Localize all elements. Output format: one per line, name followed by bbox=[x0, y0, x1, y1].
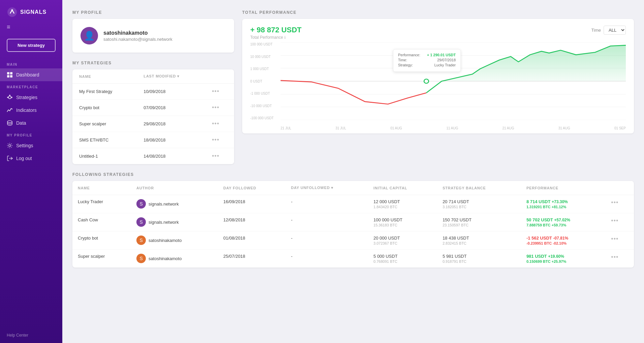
day-followed: 01/08/2018 bbox=[218, 231, 286, 250]
new-strategy-button[interactable]: New strategy bbox=[7, 39, 56, 52]
more-menu-icon[interactable]: ••• bbox=[212, 120, 219, 127]
initial-capital: 5 000 USDT 0.768091 BTC bbox=[368, 250, 437, 268]
col-name: NAME bbox=[72, 69, 137, 84]
performance: -1 562 USDT -07.81% -0.239951 BTC -02.10… bbox=[521, 231, 606, 250]
following-strategies-title: FOLLOWING STRATEGIES bbox=[72, 172, 634, 177]
performance: 981 USDT +19.60% 0.150699 BTC +25.97% bbox=[521, 250, 606, 268]
sidebar-item-indicators[interactable]: Indicators bbox=[0, 104, 62, 117]
day-followed: 12/08/2018 bbox=[218, 213, 286, 231]
following-strategy-name: Lucky Trader bbox=[72, 195, 131, 213]
strategy-actions[interactable]: ••• bbox=[205, 132, 234, 148]
time-label: Time bbox=[591, 28, 601, 33]
main-content: MY PROFILE 👤 satoshinakamoto satoshi.nak… bbox=[62, 0, 644, 343]
sidebar-item-data[interactable]: Data bbox=[0, 117, 62, 129]
col-performance: PERFORMANCE bbox=[521, 181, 606, 195]
sidebar-item-logout[interactable]: Log out bbox=[0, 152, 62, 165]
author-name: satoshinakamoto bbox=[149, 238, 182, 243]
svg-rect-4 bbox=[7, 75, 9, 77]
col-actions-following bbox=[606, 181, 634, 195]
logo-text: SIGNALS bbox=[20, 9, 46, 15]
strategy-actions[interactable]: ••• bbox=[205, 84, 234, 100]
logout-icon bbox=[7, 155, 13, 161]
author-name: signals.network bbox=[149, 220, 179, 225]
author-name: signals.network bbox=[149, 201, 179, 207]
following-actions[interactable]: ••• bbox=[606, 250, 634, 268]
total-performance-section: TOTAL PERFORMANCE + 98 872 USDT Total Pe… bbox=[242, 10, 634, 164]
following-more-icon[interactable]: ••• bbox=[611, 254, 618, 260]
time-select[interactable]: ALL1M3M6M1Y bbox=[604, 26, 626, 35]
sidebar-item-dashboard[interactable]: Dashboard bbox=[0, 68, 62, 81]
initial-capital: 12 000 USDT 1.843420 BTC bbox=[368, 195, 437, 213]
svg-point-8 bbox=[11, 97, 12, 98]
following-actions[interactable]: ••• bbox=[606, 213, 634, 231]
help-center-link[interactable]: Help Center bbox=[0, 328, 35, 343]
more-menu-icon[interactable]: ••• bbox=[212, 136, 219, 143]
author-avatar: S bbox=[136, 217, 146, 227]
sidebar-item-strategies[interactable]: Strategies bbox=[0, 91, 62, 104]
logo-icon bbox=[7, 7, 18, 18]
profile-username: satoshinakamoto bbox=[103, 30, 172, 36]
more-menu-icon[interactable]: ••• bbox=[212, 88, 219, 95]
sidebar-item-dashboard-label: Dashboard bbox=[16, 72, 39, 77]
svg-point-11 bbox=[9, 145, 11, 147]
following-more-icon[interactable]: ••• bbox=[611, 236, 618, 242]
following-more-icon[interactable]: ••• bbox=[611, 199, 618, 206]
table-row: Super scalper 29/08/2018 ••• bbox=[72, 116, 234, 132]
chart-y-labels: 100 000 USDT 10 000 USDT 1 000 USDT 0 US… bbox=[250, 42, 279, 120]
strategy-actions[interactable]: ••• bbox=[205, 148, 234, 164]
hamburger-menu[interactable]: ≡ bbox=[0, 21, 17, 33]
performance: 8 714 USDT +73.30% 1.319201 BTC +81.12% bbox=[521, 195, 606, 213]
following-actions[interactable]: ••• bbox=[606, 195, 634, 213]
strategy-name: Untitled-1 bbox=[72, 148, 137, 164]
sidebar-item-settings[interactable]: Settings bbox=[0, 139, 62, 152]
author-name: satoshinakamoto bbox=[149, 256, 182, 261]
my-strategies-section: MY STRATEGIES NAME LAST MODIFIED ▾ bbox=[72, 61, 234, 164]
strategy-balance: 20 714 USDT 3.182051 BTC bbox=[437, 195, 521, 213]
author-avatar: S bbox=[136, 254, 146, 263]
svg-rect-5 bbox=[10, 75, 12, 77]
following-actions[interactable]: ••• bbox=[606, 231, 634, 250]
strategy-date: 10/09/2018 bbox=[137, 84, 205, 100]
sidebar: SIGNALS ≡ New strategy MAIN Dashboard MA… bbox=[0, 0, 62, 343]
tooltip-time-value: 29/07/2018 bbox=[437, 58, 456, 62]
svg-rect-3 bbox=[10, 72, 12, 74]
day-followed: 16/09/2018 bbox=[218, 195, 286, 213]
indicators-icon bbox=[7, 107, 13, 113]
svg-rect-2 bbox=[7, 72, 9, 74]
logo: SIGNALS bbox=[0, 0, 53, 21]
chart-tooltip-dot bbox=[424, 79, 429, 84]
strategy-balance: 150 702 USDT 23.150597 BTC bbox=[437, 213, 521, 231]
following-strategy-name: Cash Cow bbox=[72, 213, 131, 231]
strategy-date: 14/08/2018 bbox=[137, 148, 205, 164]
profile-info: satoshinakamoto satoshi.nakamoto@signals… bbox=[103, 30, 172, 42]
day-unfollowed: - bbox=[286, 195, 368, 213]
svg-point-0 bbox=[7, 7, 17, 17]
avatar-icon: 👤 bbox=[84, 31, 95, 41]
following-author: S satoshinakamoto bbox=[131, 250, 218, 268]
total-performance-title: TOTAL PERFORMANCE bbox=[242, 10, 634, 15]
profile-section: MY PROFILE 👤 satoshinakamoto satoshi.nak… bbox=[72, 10, 234, 53]
data-icon bbox=[7, 120, 13, 126]
more-menu-icon[interactable]: ••• bbox=[212, 104, 219, 111]
initial-capital: 100 000 USDT 15.36183 BTC bbox=[368, 213, 437, 231]
day-unfollowed: - bbox=[286, 231, 368, 250]
table-row: Lucky Trader S signals.network 16/09/201… bbox=[72, 195, 634, 213]
following-more-icon[interactable]: ••• bbox=[611, 217, 618, 224]
strategy-date: 18/08/2018 bbox=[137, 132, 205, 148]
author-avatar-icon: S bbox=[139, 256, 142, 261]
strategy-actions[interactable]: ••• bbox=[205, 116, 234, 132]
sidebar-item-strategies-label: Strategies bbox=[16, 95, 37, 100]
strategy-actions[interactable]: ••• bbox=[205, 100, 234, 116]
col-author: AUTHOR bbox=[131, 181, 218, 195]
following-strategy-name: Super scalper bbox=[72, 250, 131, 268]
performance-label: Total Performance ℹ bbox=[250, 35, 301, 40]
more-menu-icon[interactable]: ••• bbox=[212, 153, 219, 159]
avatar: 👤 bbox=[80, 27, 98, 44]
col-day-unfollowed: DAY UNFOLLOWED ▾ bbox=[286, 181, 368, 195]
following-author: S satoshinakamoto bbox=[131, 231, 218, 250]
strategy-name: Crypto bot bbox=[72, 100, 137, 116]
tooltip-strategy-value: Lucky Trader bbox=[434, 63, 456, 67]
svg-point-9 bbox=[9, 95, 10, 96]
sidebar-section-main: MAIN bbox=[0, 59, 24, 68]
following-strategies-section: FOLLOWING STRATEGIES NAME AUTHOR DAY FOL… bbox=[72, 172, 634, 268]
